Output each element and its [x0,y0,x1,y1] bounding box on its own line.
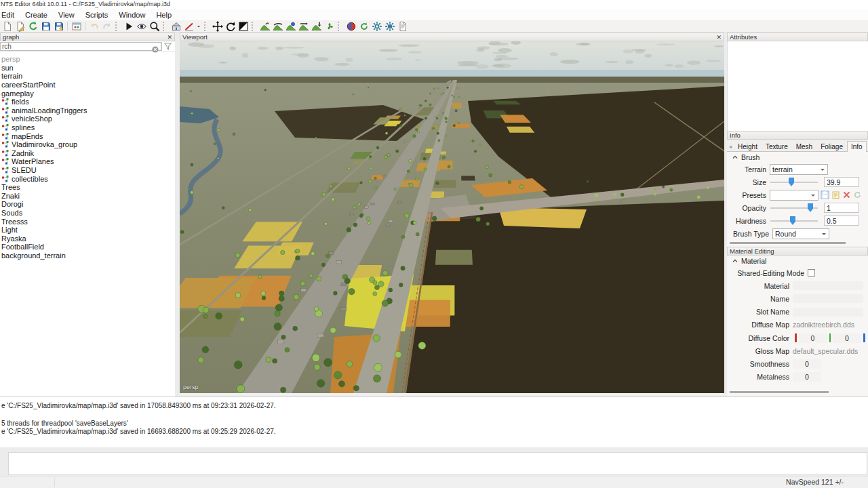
scenegraph-panel-header[interactable]: graph ✕ [0,33,175,41]
diffuse-green-value[interactable]: 0 [833,333,861,343]
name-field[interactable] [793,294,863,303]
clear-search-icon[interactable] [152,43,159,50]
zoom-selected-icon[interactable] [148,20,161,32]
settings-alt-icon[interactable] [383,20,396,32]
tab-texture[interactable]: Texture [762,141,792,152]
scenegraph-item-mapEnds[interactable]: mapEnds [0,131,175,140]
delete-preset-icon[interactable] [842,190,851,200]
scenegraph-item-splines[interactable]: splines [0,123,175,132]
frame-selected-icon[interactable] [170,20,182,32]
render-mode-icon[interactable] [344,20,357,32]
size-value-input[interactable]: 39.9 [824,177,859,187]
tab-mesh[interactable]: Mesh [792,141,816,152]
info-panel-header[interactable]: Info [727,131,868,140]
presets-select[interactable] [770,190,818,201]
rotate-icon[interactable] [224,20,237,32]
menu-scripts[interactable]: Scripts [80,10,114,20]
viewport-panel-header[interactable]: Viewport ✕ [180,33,724,41]
scenegraph-item-Treesss[interactable]: Treesss [0,217,175,226]
scenegraph-item-Souds[interactable]: Souds [0,209,175,218]
scale-icon[interactable] [237,20,250,32]
close-icon[interactable]: ✕ [716,33,722,41]
terrain-paint-icon[interactable] [284,20,297,32]
caret-down-icon[interactable] [195,20,202,32]
move-icon[interactable] [211,20,224,32]
settings-icon[interactable] [370,20,383,32]
gloss-map-value[interactable]: default_specular.dds [793,347,858,355]
reset-preset-icon[interactable] [852,190,862,200]
scenegraph-item-collectibles[interactable]: collectibles [0,174,175,183]
menu-edit[interactable]: Edit [0,10,20,20]
shared-editing-checkbox[interactable] [808,269,815,277]
opacity-value-input[interactable]: 1 [824,203,859,213]
eye-icon[interactable] [135,20,148,32]
scenegraph-item-SLEDU[interactable]: SLEDU [0,166,175,175]
brush-section-header[interactable]: Brush [727,152,868,163]
terrain-smooth-icon[interactable] [271,20,284,32]
metalness-value[interactable]: 0 [793,372,821,382]
scenegraph-item-vehicleShop[interactable]: vehicleShop [0,115,175,123]
save-as-icon[interactable] [52,20,65,32]
menu-view[interactable]: View [53,10,80,20]
hardness-value-input[interactable]: 0.5 [824,216,859,226]
smoothness-value[interactable]: 0 [793,359,821,369]
scenegraph-item-Dorogi[interactable]: Dorogi [0,200,175,209]
opacity-slider[interactable] [770,203,818,213]
reload-icon[interactable] [26,20,39,32]
scenegraph-item-WaterPlanes[interactable]: WaterPlanes [0,157,175,166]
foliage-paint-icon[interactable] [323,20,336,32]
filter-icon[interactable] [161,42,174,51]
material-horizontal-scrollbar[interactable] [730,390,861,394]
save-icon[interactable] [39,20,52,32]
terrain-select[interactable]: terrain [770,164,828,175]
terrain-flatten-icon[interactable] [297,20,310,32]
log-console[interactable]: e 'C:/FS25_Vladimirovka/map/map.i3d' sav… [0,396,868,447]
terrain-sculpt-icon[interactable] [258,20,271,32]
attributes-panel-header[interactable]: Attributes [727,33,868,41]
scenegraph-item-Ryaska[interactable]: Ryaska [0,234,175,243]
material-field[interactable] [793,281,863,290]
script-pad-icon[interactable] [396,20,409,32]
camera-label[interactable]: persp [183,384,199,390]
scenegraph-item-Zadnik[interactable]: Zadnik [0,149,175,158]
scenegraph-item-Light[interactable]: Light [0,226,175,235]
import-dialog-icon[interactable] [70,20,83,32]
menu-create[interactable]: Create [20,10,53,20]
save-preset-icon[interactable] [820,190,829,200]
scenegraph-item-animalLoadingTriggers[interactable]: animalLoadingTriggers [0,106,175,115]
diffuse-map-value[interactable]: zadniktreebirch.dds [793,321,854,329]
scenegraph-item-fields[interactable]: fields [0,98,175,106]
open-edit-icon[interactable] [14,20,26,32]
scenegraph-item-sun[interactable]: sun [0,64,175,73]
brush-type-select[interactable]: Round [772,228,829,239]
tab-scroll-left-icon[interactable]: ◂ [727,142,734,151]
script-console-input[interactable] [8,452,867,475]
terrain-lower-icon[interactable] [310,20,323,32]
add-preset-icon[interactable] [831,190,840,200]
reload-shaders-icon[interactable] [357,20,370,32]
tab-height[interactable]: Height [734,141,762,152]
slope-tool-icon[interactable] [182,20,195,32]
search-input[interactable]: rch [0,42,161,51]
scenegraph-item-Znaki[interactable]: Znaki [0,192,175,201]
scenegraph-item-gameplay[interactable]: gameplay [0,89,175,98]
tab-info[interactable]: Info [847,141,867,152]
scenegraph-item-FootballField[interactable]: FootballField [0,243,175,251]
play-icon[interactable] [122,20,135,32]
viewport-3d-scene[interactable]: persp [180,41,724,393]
diffuse-red-value[interactable]: 0 [799,333,827,343]
material-panel-header[interactable]: Material Editing [727,247,868,256]
scenegraph-item-Vladimirovka_group[interactable]: Vladimirovka_group [0,140,175,149]
scenegraph-item-background_terrain[interactable]: background_terrain [0,251,175,260]
menu-help[interactable]: Help [151,10,177,20]
slot-name-field[interactable] [793,308,863,317]
scenegraph-item-persp[interactable]: persp [0,55,175,64]
brush-horizontal-scrollbar[interactable] [730,241,861,245]
scenegraph-item-terrain[interactable]: terrain [0,72,175,81]
size-slider[interactable] [770,177,818,187]
tab-foliage[interactable]: Foliage [816,141,847,152]
close-icon[interactable]: ✕ [167,33,172,41]
menu-window[interactable]: Window [113,10,151,20]
splitter-left[interactable] [175,33,180,396]
material-section-header[interactable]: Material [727,256,868,266]
